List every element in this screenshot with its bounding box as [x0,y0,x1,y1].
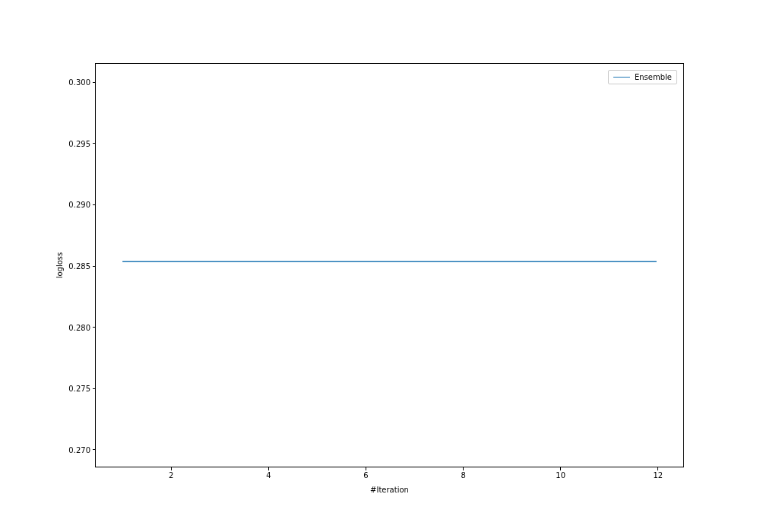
x-tick-label: 6 [363,471,368,480]
legend: Ensemble [608,70,677,84]
plot-area [96,64,683,467]
y-tick-label: 0.295 [68,139,90,147]
x-tick-label: 4 [266,471,271,480]
y-tick-mark [93,204,96,205]
x-tick-label: 8 [461,471,465,480]
y-axis-label: logloss [55,252,64,279]
y-tick-label: 0.280 [68,323,90,331]
x-tick-mark [171,467,172,470]
y-tick-label: 0.270 [68,445,90,454]
y-tick-label: 0.275 [68,385,90,393]
y-tick-mark [93,449,96,450]
y-tick-mark [93,388,96,389]
y-tick-mark [93,143,96,144]
x-axis-label: #Iteration [370,486,409,494]
x-tick-label: 10 [556,471,565,480]
legend-swatch-ensemble [613,77,630,78]
x-tick-mark [657,467,658,470]
y-tick-label: 0.300 [68,78,90,87]
x-tick-mark [268,467,269,470]
x-tick-label: 2 [169,471,173,480]
axes: logloss #Iteration Ensemble 24681012 0.2… [95,63,684,467]
x-tick-mark [463,467,464,470]
y-tick-mark [93,266,96,267]
y-tick-label: 0.285 [68,262,90,271]
x-tick-mark [366,467,366,470]
y-tick-mark [93,327,96,328]
x-tick-label: 12 [653,471,663,480]
x-tick-mark [560,467,561,470]
y-tick-mark [93,82,96,83]
legend-label-ensemble: Ensemble [635,73,672,81]
figure: logloss #Iteration Ensemble 24681012 0.2… [0,0,760,532]
y-tick-label: 0.290 [68,201,90,209]
